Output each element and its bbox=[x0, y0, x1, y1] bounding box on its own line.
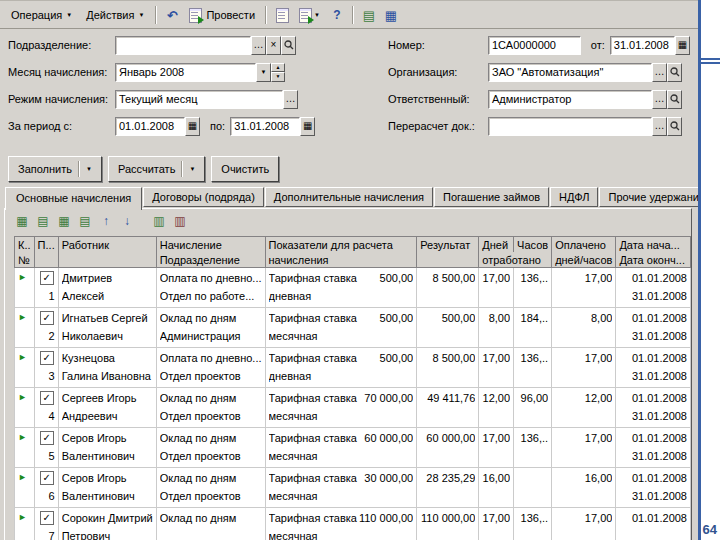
header-department[interactable]: Подразделение bbox=[156, 252, 265, 268]
responsible-lookup-button[interactable] bbox=[667, 90, 682, 109]
worker-cell[interactable]: Серов ИгорьВалентинович bbox=[58, 428, 156, 468]
hours-cell[interactable]: 136,.. bbox=[514, 508, 552, 540]
row-checkbox[interactable]: ✓ bbox=[40, 471, 54, 485]
hours-cell[interactable]: 136,.. bbox=[514, 428, 552, 468]
header-indicators-2[interactable]: начисления bbox=[265, 252, 417, 268]
result-cell[interactable]: 110 000,00 bbox=[417, 508, 479, 540]
days-cell[interactable]: 17,00 bbox=[479, 428, 514, 468]
calculate-button[interactable]: Рассчитать ▼ bbox=[108, 156, 205, 182]
paid-cell[interactable]: 17,00 bbox=[552, 268, 616, 308]
spinner-up-button[interactable]: ▲ bbox=[271, 63, 285, 73]
header-indicators[interactable]: Показатели для расчета bbox=[265, 237, 417, 253]
header-result[interactable]: Результат bbox=[417, 237, 479, 253]
worker-cell[interactable]: Игнатьев СергейНиколаевич bbox=[58, 308, 156, 348]
post-options-button[interactable]: ▼ bbox=[293, 6, 326, 25]
row-checkbox[interactable]: ✓ bbox=[40, 311, 54, 325]
dates-cell[interactable]: 01.01.200831.01.2008 bbox=[616, 308, 691, 348]
number-date-input[interactable]: 31.01.2008 bbox=[610, 36, 675, 55]
dates-cell[interactable]: 01.01.2008 bbox=[616, 508, 691, 540]
dates-cell[interactable]: 01.01.200831.01.2008 bbox=[616, 268, 691, 308]
dates-cell[interactable]: 01.01.200831.01.2008 bbox=[616, 428, 691, 468]
number-date-calendar-button[interactable]: ▦ bbox=[675, 36, 690, 55]
menu-actions[interactable]: Действия ▼ bbox=[79, 6, 151, 24]
days-cell[interactable]: 16,00 bbox=[479, 468, 514, 508]
row-checkbox[interactable]: ✓ bbox=[40, 431, 54, 445]
result-cell[interactable]: 8 500,00 bbox=[417, 348, 479, 388]
days-cell[interactable]: 17,00 bbox=[479, 508, 514, 540]
responsible-input[interactable]: Администратор bbox=[488, 90, 652, 109]
recalc-ellipsis-button[interactable]: … bbox=[652, 117, 667, 136]
accrual-cell[interactable]: Оплата по дневно...Отдел по работе... bbox=[156, 268, 265, 308]
menu-operation[interactable]: Операция ▼ bbox=[4, 6, 79, 24]
related-documents-icon[interactable]: ▦ bbox=[380, 5, 402, 25]
indicator-cell[interactable]: Тарифная ставка500,00дневная bbox=[265, 348, 417, 388]
clear-button[interactable]: Очистить bbox=[211, 156, 279, 182]
accrual-cell[interactable]: Оклад по днямОтдел проектов bbox=[156, 468, 265, 508]
period-from-calendar-button[interactable]: ▦ bbox=[185, 117, 200, 136]
paid-cell[interactable]: 17,00 bbox=[552, 508, 616, 540]
paid-cell[interactable]: 17,00 bbox=[552, 348, 616, 388]
tab-4[interactable]: Погашение займов bbox=[434, 187, 549, 207]
back-icon[interactable]: ↶ bbox=[161, 5, 183, 25]
days-cell[interactable]: 8,00 bbox=[479, 308, 514, 348]
mode-ellipsis-button[interactable]: … bbox=[283, 90, 298, 109]
recalc-lookup-button[interactable] bbox=[667, 117, 682, 136]
row-checkbox[interactable]: ✓ bbox=[40, 511, 54, 525]
accrual-cell[interactable]: Оклад по днямАдминистрация bbox=[156, 308, 265, 348]
fill-button[interactable]: Заполнить ▼ bbox=[8, 156, 102, 182]
row-checkbox[interactable]: ✓ bbox=[40, 391, 54, 405]
accrual-cell[interactable]: Оклад по днямОтдел проектов bbox=[156, 388, 265, 428]
period-to-calendar-button[interactable]: ▦ bbox=[300, 117, 315, 136]
worker-cell[interactable]: ДмитриевАлексей bbox=[58, 268, 156, 308]
hours-cell[interactable] bbox=[514, 468, 552, 508]
header-days[interactable]: Дней bbox=[479, 237, 514, 253]
worker-cell[interactable]: Сергеев ИгорьАндреевич bbox=[58, 388, 156, 428]
spinner-down-button[interactable]: ▼ bbox=[271, 72, 285, 82]
responsible-ellipsis-button[interactable]: … bbox=[652, 90, 667, 109]
dates-cell[interactable]: 01.01.200831.01.2008 bbox=[616, 468, 691, 508]
paid-cell[interactable]: 16,00 bbox=[552, 468, 616, 508]
month-dropdown-button[interactable]: ▼ bbox=[256, 63, 271, 82]
hours-cell[interactable]: 136,.. bbox=[514, 268, 552, 308]
result-cell[interactable]: 60 000,00 bbox=[417, 428, 479, 468]
department-lookup-button[interactable] bbox=[281, 36, 296, 55]
fill-table-icon[interactable]: ▦ bbox=[13, 212, 31, 230]
header-hours[interactable]: Часов bbox=[514, 237, 552, 253]
dates-cell[interactable]: 01.01.200831.01.2008 bbox=[616, 388, 691, 428]
indicator-cell[interactable]: Тарифная ставка500,00дневная bbox=[265, 268, 417, 308]
period-to-input[interactable]: 31.01.2008 bbox=[230, 117, 300, 136]
mode-input[interactable]: Текущий месяц bbox=[115, 90, 283, 109]
tab-5[interactable]: НДФЛ bbox=[550, 187, 598, 207]
report-structure-icon[interactable]: ▤ bbox=[358, 5, 380, 25]
header-date-end[interactable]: Дата оконч... bbox=[616, 252, 691, 268]
organization-input[interactable]: ЗАО "Автоматизация" bbox=[488, 63, 652, 82]
indicator-cell[interactable]: Тарифная ставка70 000,00месячная bbox=[265, 388, 417, 428]
organization-ellipsis-button[interactable]: … bbox=[652, 63, 667, 82]
copy-document-icon[interactable] bbox=[271, 5, 293, 25]
selection-icon[interactable]: ▤ bbox=[34, 212, 52, 230]
hours-cell[interactable]: 136,.. bbox=[514, 348, 552, 388]
header-date-start[interactable]: Дата нача... bbox=[616, 237, 691, 253]
result-cell[interactable]: 8 500,00 bbox=[417, 268, 479, 308]
paid-cell[interactable]: 8,00 bbox=[552, 308, 616, 348]
header-worked[interactable]: отработано bbox=[479, 252, 552, 268]
indicator-cell[interactable]: Тарифная ставка30 000,00месячная bbox=[265, 468, 417, 508]
recalc-input[interactable] bbox=[488, 117, 652, 136]
indicator-cell[interactable]: Тарифная ставка110 000,00месячная bbox=[265, 508, 417, 540]
row-checkbox[interactable]: ✓ bbox=[40, 271, 54, 285]
move-down-icon[interactable]: ↓ bbox=[118, 212, 136, 230]
tab-3[interactable]: Дополнительные начисления bbox=[265, 187, 433, 207]
paid-cell[interactable]: 12,00 bbox=[552, 388, 616, 428]
result-cell[interactable]: 28 235,29 bbox=[417, 468, 479, 508]
month-input[interactable]: Январь 2008 bbox=[115, 63, 256, 82]
result-cell[interactable]: 49 411,76 bbox=[417, 388, 479, 428]
hours-cell[interactable]: 96,00 bbox=[514, 388, 552, 428]
tab-2[interactable]: Договоры (подряда) bbox=[143, 187, 264, 207]
accrual-cell[interactable]: Оклад по дням bbox=[156, 508, 265, 540]
days-cell[interactable]: 17,00 bbox=[479, 268, 514, 308]
accrual-cell[interactable]: Оплата по дневно...Отдел проектов bbox=[156, 348, 265, 388]
add-row-icon[interactable]: ▦ bbox=[55, 212, 73, 230]
indicator-cell[interactable]: Тарифная ставка60 000,00месячная bbox=[265, 428, 417, 468]
sort-asc-icon[interactable]: ▥ bbox=[150, 212, 168, 230]
indicator-cell[interactable]: Тарифная ставка500,00месячная bbox=[265, 308, 417, 348]
